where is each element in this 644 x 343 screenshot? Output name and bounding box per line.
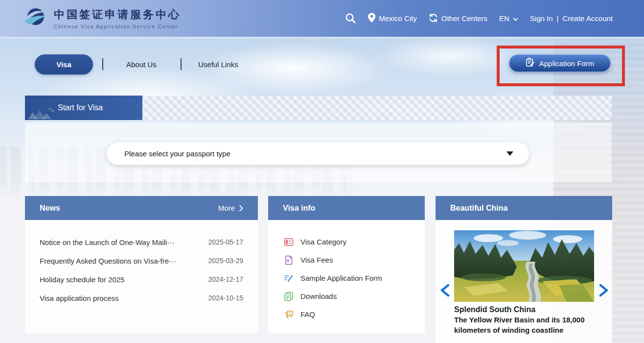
news-item[interactable]: Visa application process 2024-10-15 [40,289,243,307]
downloads-icon [284,292,294,301]
site-logo[interactable]: 中国签证申请服务中心 Chinese Visa Application Serv… [23,6,181,30]
create-account-link[interactable]: Create Account [562,14,613,23]
page: 中国签证申请服务中心 Chinese Visa Application Serv… [0,0,644,343]
news-item-date: 2024-12-17 [208,275,243,283]
application-form-label: Application Form [539,59,595,68]
mountains-decoration-icon [27,106,57,119]
start-for-visa-label: Start for Visa [58,103,103,112]
tab-useful-links[interactable]: Useful Links [198,54,238,74]
news-item[interactable]: Notice on the Launch of One-Way Maili···… [40,233,243,251]
visa-info-label: FAQ [300,310,315,318]
news-item-title: Holiday schedule for 2025 [40,275,124,284]
news-item-title: Frequently Asked Questions on Visa-fre··… [40,257,176,265]
chevron-down-icon [513,14,518,23]
beautiful-china-section: Beautiful China [436,196,612,343]
nav-divider [181,58,182,70]
logo-title-cn: 中国签证申请服务中心 [54,7,181,22]
tab-about-us[interactable]: About Us [126,54,157,74]
logo-globe-icon [23,6,48,30]
auth-links: Sign In | Create Account [530,14,613,23]
visa-info-section: Visa info Visa Category ¥ Visa Fees [268,196,425,333]
logo-text: 中国签证申请服务中心 Chinese Visa Application Serv… [54,7,181,29]
visa-info-label: Downloads [300,292,337,300]
news-item[interactable]: Holiday schedule for 2025 2024-12-17 [40,270,243,289]
visa-info-header: Visa info [268,196,425,220]
news-list: Notice on the Launch of One-Way Maili···… [25,220,258,333]
carousel-caption[interactable]: Splendid South China The Yellow River Ba… [454,304,597,335]
sign-in-link[interactable]: Sign In [530,14,553,23]
beautiful-china-header: Beautiful China [436,196,612,220]
visa-start-band: Start for Visa [25,96,612,120]
news-item-date: 2025-03-29 [208,257,243,265]
visa-info-label: Sample Application Form [300,274,382,282]
passport-type-dropdown[interactable]: Please select your passport type [106,142,529,165]
beautiful-china-carousel: Splendid South China The Yellow River Ba… [436,220,612,343]
svg-text:¥: ¥ [287,258,290,263]
news-item-title: Notice on the Launch of One-Way Maili··· [40,238,174,246]
sample-form-icon [284,273,294,283]
other-centers-label: Other Centers [441,14,487,23]
carousel-photo[interactable] [454,230,594,302]
more-label: More [218,204,235,212]
language-selector[interactable]: EN [499,14,518,23]
visa-info-label: Visa Category [300,238,346,246]
visa-info-item-faq[interactable]: ? FAQ [284,305,425,323]
visa-fees-icon: ¥ [284,255,294,265]
svg-text:?: ? [289,311,291,316]
city-selector[interactable]: Mexico City [368,13,417,24]
nav-divider [102,58,103,70]
caption-text: The Yellow River Basin and its 18,000 ki… [454,315,597,335]
language-label: EN [499,14,509,23]
news-title: News [40,204,60,213]
location-pin-icon [368,13,375,24]
faq-icon: ? [284,310,294,319]
news-section: News More Notice on the Launch of One-Wa… [25,196,258,333]
tab-start-for-visa[interactable]: Start for Visa [25,96,142,120]
header-utility-bar: Mexico City Other Centers EN Sign In | C… [345,0,613,37]
news-item[interactable]: Frequently Asked Questions on Visa-fre··… [40,251,243,270]
application-form-button[interactable]: Application Form [509,54,611,72]
search-icon[interactable] [345,13,356,24]
visa-category-icon [284,237,294,247]
logo-title-en: Chinese Visa Application Service Center [54,24,181,29]
form-pen-icon [526,58,535,69]
carousel-next-arrow-icon[interactable] [598,284,609,297]
city-label: Mexico City [379,14,417,23]
auth-divider: | [557,14,559,23]
carousel-prev-arrow-icon[interactable] [439,284,450,297]
news-item-title: Visa application process [40,294,118,302]
beautiful-china-title: Beautiful China [450,204,507,213]
visa-info-item-downloads[interactable]: Downloads [284,287,425,305]
caption-title: Splendid South China [454,304,597,315]
visa-info-label: Visa Fees [300,256,333,264]
news-item-date: 2024-10-15 [208,294,243,302]
other-centers-link[interactable]: Other Centers [429,13,487,24]
visa-info-item-category[interactable]: Visa Category [284,233,425,251]
tab-visa[interactable]: Visa [35,54,93,74]
passport-selector-panel: Please select your passport type [25,122,612,182]
visa-info-item-fees[interactable]: ¥ Visa Fees [284,251,425,269]
switch-centers-icon [429,13,438,24]
dropdown-caret-icon [506,151,513,156]
top-header: 中国签证申请服务中心 Chinese Visa Application Serv… [0,0,644,37]
visa-info-item-sample-form[interactable]: Sample Application Form [284,269,425,287]
news-item-date: 2025-05-17 [208,238,243,246]
news-header: News More [25,196,258,220]
passport-type-placeholder: Please select your passport type [124,149,506,158]
visa-info-title: Visa info [283,204,315,213]
chevron-right-icon [239,205,243,212]
news-more-link[interactable]: More [218,204,243,212]
visa-info-list: Visa Category ¥ Visa Fees Sample Applica… [268,220,425,333]
